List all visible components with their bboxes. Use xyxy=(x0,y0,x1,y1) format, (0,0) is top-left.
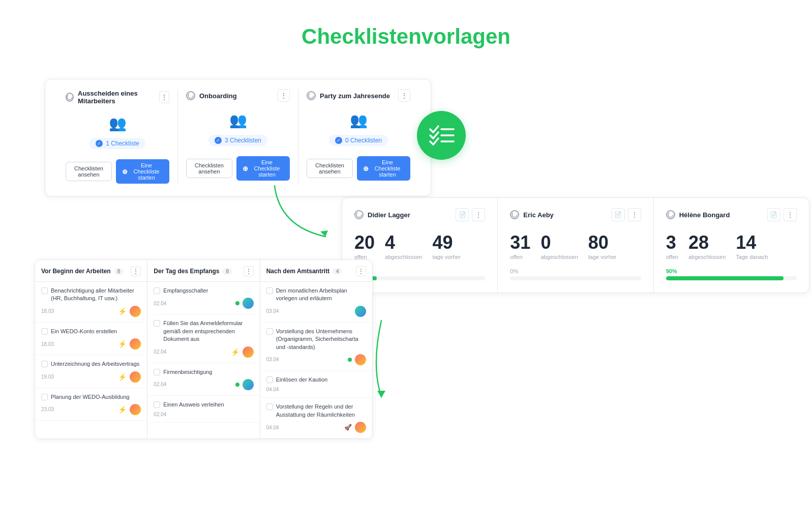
checklist-spinner-icon-2 xyxy=(186,91,195,100)
task-rocket-icon-3-4: 🚀 xyxy=(344,424,352,431)
task-item-2-1: Empfangsschalter xyxy=(147,282,259,295)
person-name-2: Eric Aeby xyxy=(523,211,554,219)
stat-offen-2: 31 offen xyxy=(510,234,530,260)
progress-label-3: 90% xyxy=(666,268,797,274)
task-meta-3-3: 04.04 xyxy=(260,384,372,398)
person-doc-btn-3[interactable]: 📄 xyxy=(767,208,780,221)
task-date-1-4: 23.03 xyxy=(41,407,54,412)
top-cards-section: Ausscheiden eines Mitarbeiters ⋮ 👥 ✓ 1 C… xyxy=(45,79,431,196)
task-checkbox-1-3[interactable] xyxy=(41,361,48,367)
card-header-left-3: Party zum Jahresende xyxy=(307,91,390,100)
svg-point-0 xyxy=(67,95,72,100)
badge-check-icon-2: ✓ xyxy=(215,137,222,144)
plus-icon-1: ⊕ xyxy=(122,168,128,176)
stat-label-abgeschlossen-1: abgeschlossen xyxy=(385,254,422,260)
task-text-1-1: Benachrichtigung aller Mitarbeiter (HR, … xyxy=(51,287,141,303)
task-checkbox-3-2[interactable] xyxy=(266,328,273,335)
person-header-1: Didier Lagger 📄 ⋮ xyxy=(354,208,485,221)
card-title-2: Onboarding xyxy=(199,92,237,100)
stat-number-abgeschlossen-2: 0 xyxy=(540,234,551,252)
stat-label-abgeschlossen-3: abgeschlossen xyxy=(688,254,726,260)
task-col-title-2: Der Tag des Empfangs xyxy=(154,268,219,275)
start-checklist-btn-3[interactable]: ⊕ Eine Checkliste starten xyxy=(357,156,410,181)
card-header-1: Ausscheiden eines Mitarbeiters ⋮ xyxy=(66,90,169,105)
task-avatar-3-1 xyxy=(355,306,366,317)
task-item-3-4: Vorstellung der Regeln und der Ausstattu… xyxy=(260,398,372,419)
person-doc-btn-1[interactable]: 📄 xyxy=(456,208,469,221)
progress-label-2: 0% xyxy=(510,268,641,274)
task-meta-1-3: 19.03 ⚡ xyxy=(35,368,147,388)
person-menu-btn-2[interactable]: ⋮ xyxy=(628,208,641,221)
task-checkbox-1-2[interactable] xyxy=(41,328,48,335)
task-meta-2-4: 02.04 xyxy=(147,409,259,423)
task-checkbox-2-4[interactable] xyxy=(154,401,160,408)
start-checklist-btn-1[interactable]: ⊕ Eine Checkliste starten xyxy=(116,159,169,184)
progress-bar-1 xyxy=(354,276,485,280)
person-header-right-1: 📄 ⋮ xyxy=(456,208,485,221)
person-menu-btn-1[interactable]: ⋮ xyxy=(472,208,485,221)
task-text-2-2: Füllen Sie das Anmeldeformular gemäß dem… xyxy=(163,320,253,343)
checklist-spinner-icon-3 xyxy=(307,91,316,100)
task-priority-icon-1-2: ⚡ xyxy=(118,340,127,348)
plus-icon-3: ⊕ xyxy=(363,165,369,172)
task-checkbox-3-3[interactable] xyxy=(266,376,273,383)
task-text-2-4: Einen Ausweis verleihen xyxy=(163,401,224,409)
task-meta-1-2: 18.03 ⚡ xyxy=(35,335,147,355)
task-col-menu-2[interactable]: ⋮ xyxy=(244,266,254,276)
task-col-menu-1[interactable]: ⋮ xyxy=(131,266,141,276)
task-col-badge-3: 4 xyxy=(333,268,343,275)
task-col-header-2: Der Tag des Empfangs 8 ⋮ xyxy=(147,260,259,282)
task-col-title-row-1: Vor Beginn der Arbeiten 8 xyxy=(41,268,124,275)
card-menu-btn-1[interactable]: ⋮ xyxy=(159,91,169,103)
stat-abgeschlossen-2: 0 abgeschlossen xyxy=(540,234,578,260)
task-col-menu-3[interactable]: ⋮ xyxy=(356,266,366,276)
task-checkbox-1-4[interactable] xyxy=(41,394,48,400)
svg-marker-7 xyxy=(377,391,385,398)
task-date-1-3: 19.03 xyxy=(41,374,54,380)
stat-abgeschlossen-1: 4 abgeschlossen xyxy=(385,234,422,260)
task-item-1-3: Unterzeichnung des Arbeitsvertrags xyxy=(35,355,147,368)
task-col-badge-1: 8 xyxy=(114,268,124,275)
arrow-1 xyxy=(234,181,346,247)
view-checklists-btn-3[interactable]: Checklisten ansehen xyxy=(307,159,353,178)
stat-tage-1: 49 tage vorher xyxy=(432,234,461,260)
task-checkbox-1-1[interactable] xyxy=(41,287,48,294)
stat-number-tage-3: 14 xyxy=(736,234,756,252)
persons-panel: Didier Lagger 📄 ⋮ 20 offen 4 abgeschloss… xyxy=(342,197,809,293)
card-menu-btn-2[interactable]: ⋮ xyxy=(278,90,290,102)
card-body-3: 👥 ✓ 0 Checklisten Checklisten ansehen ⊕ … xyxy=(307,112,410,181)
person-menu-btn-3[interactable]: ⋮ xyxy=(784,208,797,221)
task-avatar-1-4 xyxy=(130,404,141,415)
view-checklists-btn-2[interactable]: Checklisten ansehen xyxy=(186,159,232,178)
task-checkbox-3-1[interactable] xyxy=(266,287,273,294)
task-avatar-3-4 xyxy=(355,422,366,433)
card-actions-3: Checklisten ansehen ⊕ Eine Checkliste st… xyxy=(307,156,410,181)
card-body-2: 👥 ✓ 3 Checklisten Checklisten ansehen ⊕ … xyxy=(186,112,290,181)
stat-number-tage-1: 49 xyxy=(432,234,453,252)
task-meta-3-1: 03.04 xyxy=(260,303,372,323)
task-column-1: Vor Beginn der Arbeiten 8 ⋮ Benachrichti… xyxy=(35,260,147,439)
task-avatar-2-3 xyxy=(243,379,254,390)
stat-number-offen-3: 3 xyxy=(666,234,676,252)
task-priority-icon-1-3: ⚡ xyxy=(118,373,127,381)
top-card-3: Party zum Jahresende ⋮ 👥 ✓ 0 Checklisten… xyxy=(298,90,418,184)
task-checkbox-2-1[interactable] xyxy=(154,287,160,294)
card-menu-btn-3[interactable]: ⋮ xyxy=(398,90,410,102)
person-stats-1: 20 offen 4 abgeschlossen 49 tage vorher xyxy=(354,234,485,260)
task-priority-icon-1-4: ⚡ xyxy=(118,405,127,414)
start-checklist-btn-2[interactable]: ⊕ Eine Checkliste starten xyxy=(236,156,290,181)
task-item-1-1: Benachrichtigung aller Mitarbeiter (HR, … xyxy=(35,282,147,303)
person-doc-btn-2[interactable]: 📄 xyxy=(612,208,625,221)
task-checkbox-3-4[interactable] xyxy=(266,403,273,410)
view-checklists-btn-1[interactable]: Checklisten ansehen xyxy=(66,162,112,181)
task-checkbox-2-2[interactable] xyxy=(154,320,160,327)
task-col-header-3: Nach dem Amtsantritt 4 ⋮ xyxy=(260,260,372,282)
person-name-3: Hélène Bongard xyxy=(679,211,730,219)
task-priority-icon-1-1: ⚡ xyxy=(118,307,127,315)
task-green-dot-2-3 xyxy=(235,383,239,387)
task-text-1-2: Ein WEDO-Konto erstellen xyxy=(51,328,117,335)
task-text-3-3: Einlösen der Kaution xyxy=(276,376,328,384)
task-checkbox-2-3[interactable] xyxy=(154,369,160,375)
task-date-3-2: 03.04 xyxy=(266,357,279,362)
checklist-badge-2: ✓ 3 Checklisten xyxy=(208,135,267,146)
